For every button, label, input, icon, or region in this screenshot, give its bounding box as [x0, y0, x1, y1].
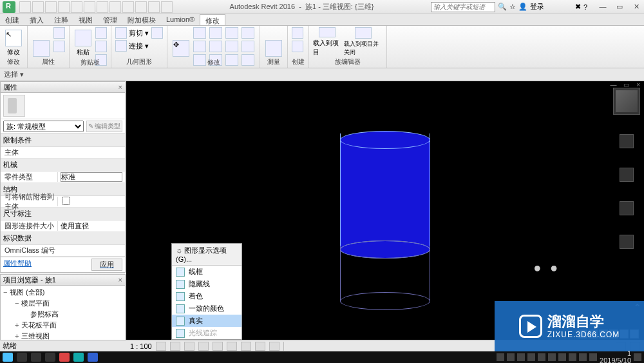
qa-print-icon[interactable] [71, 1, 82, 13]
search-icon[interactable]: 🔍 [498, 3, 507, 11]
align-icon[interactable] [193, 27, 206, 39]
qa-undo-icon[interactable] [45, 1, 57, 13]
tray-icon[interactable] [548, 353, 556, 361]
group-icon[interactable] [292, 41, 303, 52]
part-type-field[interactable] [61, 172, 122, 182]
scale-button[interactable]: 1 : 100 [130, 342, 152, 350]
tab-insert[interactable]: 插入 [24, 14, 49, 25]
infocenter-search-input[interactable] [431, 2, 495, 12]
vs-realistic-item[interactable]: 真实 [172, 315, 242, 327]
qa-3d-icon[interactable] [84, 1, 95, 13]
vs-shaded-item[interactable]: 着色 [172, 290, 242, 302]
start-button-icon[interactable] [3, 353, 13, 362]
help-icon[interactable]: ? [583, 3, 587, 11]
type-properties-icon[interactable] [53, 27, 65, 39]
qa-redo-icon[interactable] [58, 1, 70, 13]
view-cube[interactable] [613, 88, 640, 115]
qa-save-icon[interactable] [32, 1, 44, 13]
exchange-icon[interactable]: ✖ [575, 3, 581, 11]
qa-sync-icon[interactable] [97, 1, 108, 13]
temp-hide-icon[interactable] [255, 342, 265, 351]
tray-icon[interactable] [507, 353, 515, 361]
rebar-host-checkbox[interactable] [62, 197, 70, 205]
edit-type-button[interactable]: ✎ 编辑类型 [86, 121, 122, 132]
tab-modify[interactable]: 修改 [200, 14, 225, 25]
obs-icon[interactable] [45, 353, 55, 362]
load-into-project-close-button[interactable]: 载入到项目并关闭 [344, 27, 383, 57]
revit-taskbar-icon[interactable] [88, 353, 98, 362]
prop-value[interactable]: 使用直径 [57, 221, 125, 231]
tab-annotate[interactable]: 注释 [49, 14, 73, 25]
tray-icon[interactable] [497, 353, 504, 361]
modify-button[interactable]: ↖ 修改 [4, 27, 23, 57]
expand-icon[interactable]: + [15, 332, 21, 340]
qa-thin-lines-icon[interactable] [122, 1, 134, 13]
app-red-icon[interactable] [59, 353, 70, 362]
expand-icon[interactable]: + [15, 321, 21, 329]
tree-label[interactable]: 三维视图 [21, 332, 50, 340]
tree-label[interactable]: 视图 (全部) [10, 288, 44, 296]
taskview-icon[interactable] [31, 353, 41, 362]
cut-geom-icon[interactable] [115, 27, 127, 39]
browser-title-bar[interactable]: 项目浏览器 - 族1 × [0, 274, 126, 286]
tray-icon[interactable] [569, 353, 576, 361]
tray-icon[interactable] [527, 353, 535, 361]
family-types-icon[interactable] [53, 41, 65, 52]
copy-clipboard-icon[interactable] [95, 41, 107, 52]
cut-clipboard-icon[interactable] [95, 27, 107, 39]
nav-zoom-icon[interactable] [620, 201, 634, 215]
network-icon[interactable] [579, 353, 587, 361]
group-mechanical[interactable]: 机械 [1, 159, 125, 172]
tree-label[interactable]: 参照标高 [30, 310, 59, 318]
properties-title-bar[interactable]: 属性 × [0, 81, 126, 93]
properties-button[interactable] [32, 27, 51, 57]
vs-hiddenline-item[interactable]: 隐藏线 [172, 278, 242, 290]
login-label[interactable]: 登录 [530, 2, 544, 12]
expand-icon[interactable]: − [15, 299, 21, 307]
qa-measure-icon[interactable] [109, 1, 121, 13]
revit-logo-icon[interactable] [3, 1, 15, 13]
create-similar-icon[interactable] [292, 27, 303, 39]
crop-region-icon[interactable] [227, 342, 237, 351]
search-icon[interactable] [17, 353, 27, 362]
qa-customize-icon[interactable] [161, 1, 173, 13]
mirror-draw-icon[interactable] [242, 27, 254, 39]
tab-addins[interactable]: 附加模块 [122, 14, 161, 25]
chevron-down-icon[interactable]: ▾ [145, 42, 149, 50]
group-constraints[interactable]: 限制条件 [1, 134, 125, 147]
group-dimensions[interactable]: 尺寸标注 [1, 208, 125, 221]
tab-create[interactable]: 创建 [0, 14, 24, 25]
chevron-down-icon[interactable]: ▾ [145, 29, 149, 37]
move-button[interactable]: ✥ [171, 27, 191, 57]
graphic-display-options-item[interactable]: ☼ 图形显示选项(G)... [172, 244, 242, 266]
qa-switch-windows-icon[interactable] [148, 1, 160, 13]
expand-icon[interactable]: − [3, 288, 10, 296]
join-geom-icon[interactable] [115, 40, 127, 52]
shadows-icon[interactable] [198, 342, 209, 351]
tray-icon[interactable] [517, 353, 525, 361]
offset-icon[interactable] [209, 27, 222, 39]
properties-help-link[interactable]: 属性帮助 [3, 259, 32, 271]
apply-button[interactable]: 应用 [91, 259, 122, 271]
window-close-icon[interactable]: ✕ [631, 3, 641, 11]
paste-button[interactable]: 粘贴 [73, 27, 93, 57]
split-icon[interactable] [242, 41, 254, 52]
qa-close-inactive-icon[interactable] [135, 1, 147, 13]
crop-visible-icon[interactable] [241, 342, 251, 351]
copy-icon[interactable] [193, 41, 206, 52]
vs-consistent-item[interactable]: 一致的颜色 [172, 302, 242, 315]
visual-style-icon[interactable] [170, 342, 180, 351]
rotate-icon[interactable] [209, 41, 222, 52]
rendering-icon[interactable] [213, 342, 223, 351]
reveal-hidden-icon[interactable] [269, 342, 279, 351]
signin-icon[interactable]: 👤 [518, 3, 527, 11]
window-minimize-icon[interactable]: — [598, 3, 608, 11]
sun-path-icon[interactable] [184, 342, 194, 351]
load-into-project-button[interactable]: 载入到项目 [313, 27, 341, 57]
tray-icon[interactable] [538, 353, 545, 361]
mirror-axis-icon[interactable] [225, 27, 238, 39]
tree-label[interactable]: 楼层平面 [21, 299, 50, 307]
paint-icon[interactable] [151, 27, 163, 39]
nav-orbit-icon[interactable] [620, 235, 634, 249]
detail-level-icon[interactable] [156, 342, 166, 351]
